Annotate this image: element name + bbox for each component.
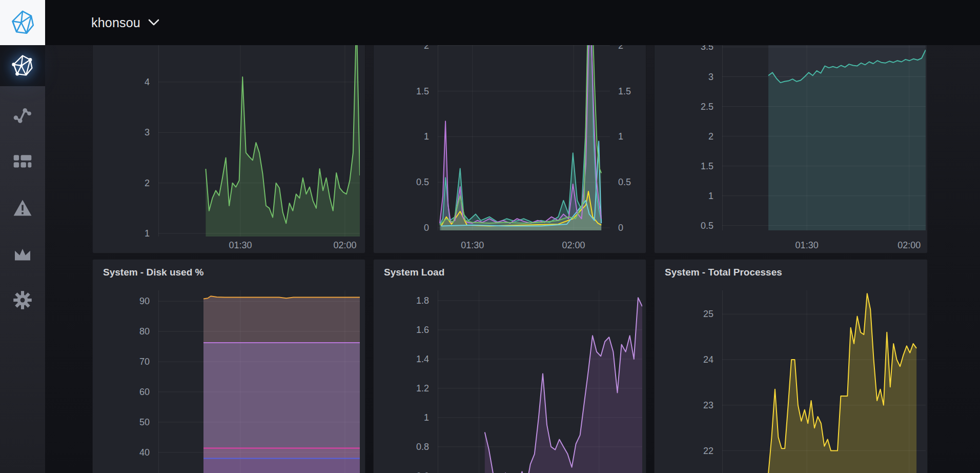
y-axis-tick: 1.2 (393, 383, 429, 394)
sidebar-item-admin[interactable] (0, 233, 45, 274)
sidebar-item-dashboards[interactable] (0, 141, 45, 182)
x-axis-tick: 02:00 (886, 240, 928, 251)
y-axis-tick: 80 (114, 326, 150, 337)
panel-c6: System - Total Processes22232425 (654, 259, 928, 473)
y-axis-tick: 2 (678, 131, 713, 142)
y-axis-tick: 1 (618, 131, 646, 142)
y-axis-tick: 1 (393, 412, 429, 423)
y-axis-tick: 0.5 (393, 176, 429, 188)
y-axis-tick: 24 (678, 354, 713, 365)
y-axis-tick: 23 (678, 400, 713, 411)
panel-c5: System Load0.60.811.21.41.61.8 (373, 259, 646, 473)
chart-c6-plot[interactable] (722, 290, 926, 473)
panel-title[interactable]: System Load (384, 267, 444, 278)
y-axis-tick: 0 (618, 222, 646, 233)
chart-c3 (722, 45, 926, 230)
y-axis-tick: 3 (114, 127, 150, 138)
y-axis-tick: 0.8 (393, 441, 429, 452)
y-axis-tick: 40 (114, 447, 150, 458)
metrics-pulse-icon (13, 107, 32, 125)
y-axis-tick: 0.5 (618, 176, 646, 188)
x-axis-tick: 01:30 (450, 240, 496, 251)
x-axis-tick: 02:00 (550, 240, 597, 251)
org-polyhedron-icon (11, 54, 34, 77)
top-navbar: khonsou ? (0, 0, 980, 45)
y-axis-tick: 60 (114, 386, 150, 398)
panel-c4: System - Disk used %405060708090 (92, 259, 365, 473)
y-axis-tick: 1.4 (393, 353, 429, 365)
y-axis-tick: 2 (114, 178, 150, 189)
chart-c1-plot[interactable] (158, 45, 360, 236)
chart-c3-plot[interactable] (722, 45, 926, 230)
panel-c2: 000.50.5111.51.52201:3002:00 (373, 45, 646, 253)
dashboard-title: khonsou (91, 15, 140, 30)
sidebar-item-configuration[interactable] (0, 280, 45, 321)
sidebar (0, 45, 45, 473)
dashboards-grid-icon (12, 154, 33, 169)
y-axis-tick: 3 (678, 71, 713, 83)
y-axis-tick: 0.6 (393, 470, 429, 473)
y-axis-tick: 3.5 (678, 45, 713, 52)
chevron-down-icon (148, 18, 160, 27)
y-axis-tick: 90 (114, 295, 150, 307)
y-axis-tick: 1 (393, 131, 429, 142)
y-axis-tick: 2 (618, 45, 646, 51)
chart-c4-plot[interactable] (158, 290, 360, 473)
alert-triangle-icon (12, 199, 33, 217)
y-axis-tick: 4 (114, 76, 150, 88)
y-axis-tick: 25 (678, 308, 713, 320)
sidebar-item-metrics[interactable] (0, 95, 45, 136)
org-logo[interactable] (0, 0, 45, 45)
chart-c5 (438, 290, 642, 473)
chart-c4 (158, 290, 360, 473)
chart-c2 (438, 45, 610, 230)
panel-c3: 0.511.522.533.501:3002:00 (654, 45, 928, 253)
y-axis-tick: 1.5 (393, 86, 429, 97)
panel-title[interactable]: System - Disk used % (103, 267, 203, 278)
x-axis-tick: 02:00 (322, 240, 365, 251)
y-axis-tick: 2 (393, 45, 429, 51)
y-axis-tick: 0 (393, 222, 429, 233)
y-axis-tick: 2.5 (678, 101, 713, 112)
y-axis-tick: 70 (114, 356, 150, 367)
sidebar-item-alerting[interactable] (0, 187, 45, 228)
chart-c5-plot[interactable] (438, 290, 642, 473)
y-axis-tick: 1 (678, 190, 713, 202)
chart-c1 (158, 45, 360, 236)
y-axis-tick: 1.6 (393, 324, 429, 336)
grafana-dashboard: khonsou ? (0, 0, 980, 473)
sidebar-item-home[interactable] (0, 45, 45, 86)
panel-c1: 123401:3002:00 (92, 45, 365, 253)
org-polyhedron-icon (9, 9, 36, 36)
y-axis-tick: 1.5 (678, 161, 713, 172)
y-axis-tick: 22 (678, 445, 713, 457)
chart-c6 (722, 290, 926, 473)
x-axis-tick: 01:30 (217, 240, 263, 251)
y-axis-tick: 1.5 (618, 86, 646, 97)
panel-title[interactable]: System - Total Processes (665, 267, 782, 278)
y-axis-tick: 0.5 (678, 220, 713, 231)
x-axis-tick: 01:30 (784, 240, 830, 251)
y-axis-tick: 1 (114, 228, 150, 239)
y-axis-tick: 50 (114, 417, 150, 428)
chart-c2-plot[interactable] (438, 45, 610, 230)
y-axis-tick: 1.8 (393, 295, 429, 306)
gear-icon (12, 290, 33, 310)
crown-icon (12, 246, 33, 262)
dashboard-picker[interactable]: khonsou (91, 0, 160, 45)
